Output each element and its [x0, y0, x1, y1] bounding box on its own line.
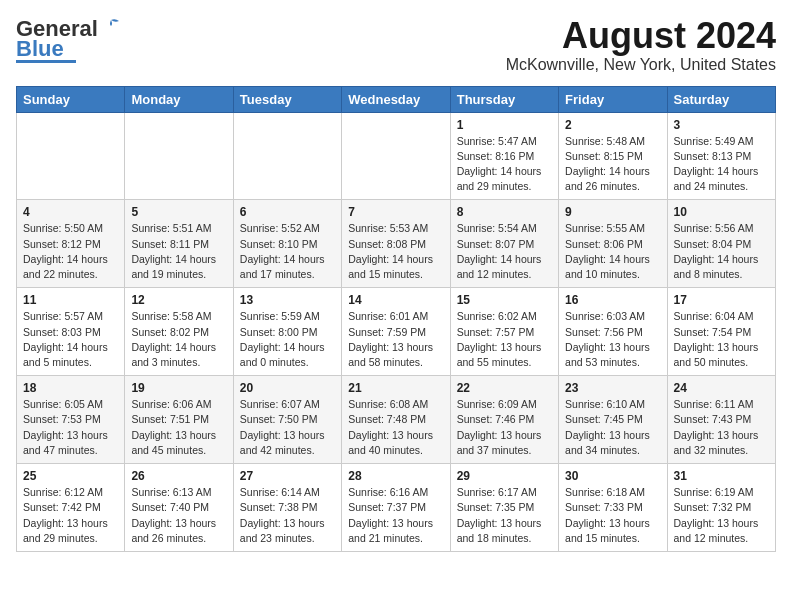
day-number: 30 — [565, 469, 660, 483]
day-number: 9 — [565, 205, 660, 219]
day-info: Sunrise: 6:09 AM Sunset: 7:46 PM Dayligh… — [457, 397, 552, 458]
col-wednesday: Wednesday — [342, 86, 450, 112]
calendar-cell: 30Sunrise: 6:18 AM Sunset: 7:33 PM Dayli… — [559, 464, 667, 552]
calendar-cell: 2Sunrise: 5:48 AM Sunset: 8:15 PM Daylig… — [559, 112, 667, 200]
calendar-cell — [125, 112, 233, 200]
day-number: 26 — [131, 469, 226, 483]
day-info: Sunrise: 5:59 AM Sunset: 8:00 PM Dayligh… — [240, 309, 335, 370]
calendar-cell — [342, 112, 450, 200]
calendar-week-2: 4Sunrise: 5:50 AM Sunset: 8:12 PM Daylig… — [17, 200, 776, 288]
day-info: Sunrise: 5:53 AM Sunset: 8:08 PM Dayligh… — [348, 221, 443, 282]
day-number: 27 — [240, 469, 335, 483]
calendar-cell: 14Sunrise: 6:01 AM Sunset: 7:59 PM Dayli… — [342, 288, 450, 376]
calendar-cell: 12Sunrise: 5:58 AM Sunset: 8:02 PM Dayli… — [125, 288, 233, 376]
day-info: Sunrise: 5:57 AM Sunset: 8:03 PM Dayligh… — [23, 309, 118, 370]
calendar-subtitle: McKownville, New York, United States — [506, 56, 776, 74]
calendar-week-4: 18Sunrise: 6:05 AM Sunset: 7:53 PM Dayli… — [17, 376, 776, 464]
day-info: Sunrise: 6:04 AM Sunset: 7:54 PM Dayligh… — [674, 309, 769, 370]
day-number: 15 — [457, 293, 552, 307]
day-info: Sunrise: 5:54 AM Sunset: 8:07 PM Dayligh… — [457, 221, 552, 282]
day-number: 31 — [674, 469, 769, 483]
day-number: 22 — [457, 381, 552, 395]
logo-underline — [16, 60, 76, 63]
day-info: Sunrise: 6:19 AM Sunset: 7:32 PM Dayligh… — [674, 485, 769, 546]
day-info: Sunrise: 6:01 AM Sunset: 7:59 PM Dayligh… — [348, 309, 443, 370]
calendar-cell: 13Sunrise: 5:59 AM Sunset: 8:00 PM Dayli… — [233, 288, 341, 376]
day-number: 25 — [23, 469, 118, 483]
calendar-cell: 24Sunrise: 6:11 AM Sunset: 7:43 PM Dayli… — [667, 376, 775, 464]
calendar-table: Sunday Monday Tuesday Wednesday Thursday… — [16, 86, 776, 552]
day-number: 11 — [23, 293, 118, 307]
calendar-cell: 1Sunrise: 5:47 AM Sunset: 8:16 PM Daylig… — [450, 112, 558, 200]
col-sunday: Sunday — [17, 86, 125, 112]
day-info: Sunrise: 6:06 AM Sunset: 7:51 PM Dayligh… — [131, 397, 226, 458]
day-info: Sunrise: 5:52 AM Sunset: 8:10 PM Dayligh… — [240, 221, 335, 282]
day-info: Sunrise: 5:58 AM Sunset: 8:02 PM Dayligh… — [131, 309, 226, 370]
header-row: Sunday Monday Tuesday Wednesday Thursday… — [17, 86, 776, 112]
day-number: 20 — [240, 381, 335, 395]
calendar-cell: 27Sunrise: 6:14 AM Sunset: 7:38 PM Dayli… — [233, 464, 341, 552]
col-thursday: Thursday — [450, 86, 558, 112]
day-number: 8 — [457, 205, 552, 219]
calendar-cell — [233, 112, 341, 200]
day-number: 10 — [674, 205, 769, 219]
col-friday: Friday — [559, 86, 667, 112]
calendar-cell: 23Sunrise: 6:10 AM Sunset: 7:45 PM Dayli… — [559, 376, 667, 464]
calendar-cell: 19Sunrise: 6:06 AM Sunset: 7:51 PM Dayli… — [125, 376, 233, 464]
calendar-cell: 31Sunrise: 6:19 AM Sunset: 7:32 PM Dayli… — [667, 464, 775, 552]
day-info: Sunrise: 5:56 AM Sunset: 8:04 PM Dayligh… — [674, 221, 769, 282]
day-number: 17 — [674, 293, 769, 307]
day-info: Sunrise: 5:55 AM Sunset: 8:06 PM Dayligh… — [565, 221, 660, 282]
day-info: Sunrise: 5:50 AM Sunset: 8:12 PM Dayligh… — [23, 221, 118, 282]
calendar-cell: 15Sunrise: 6:02 AM Sunset: 7:57 PM Dayli… — [450, 288, 558, 376]
day-number: 18 — [23, 381, 118, 395]
day-number: 5 — [131, 205, 226, 219]
day-number: 1 — [457, 118, 552, 132]
day-info: Sunrise: 5:49 AM Sunset: 8:13 PM Dayligh… — [674, 134, 769, 195]
day-number: 21 — [348, 381, 443, 395]
calendar-header: Sunday Monday Tuesday Wednesday Thursday… — [17, 86, 776, 112]
day-number: 24 — [674, 381, 769, 395]
page-header: General Blue August 2024 McKownville, Ne… — [16, 16, 776, 74]
day-number: 29 — [457, 469, 552, 483]
day-number: 16 — [565, 293, 660, 307]
calendar-cell: 11Sunrise: 5:57 AM Sunset: 8:03 PM Dayli… — [17, 288, 125, 376]
day-info: Sunrise: 5:47 AM Sunset: 8:16 PM Dayligh… — [457, 134, 552, 195]
calendar-cell: 21Sunrise: 6:08 AM Sunset: 7:48 PM Dayli… — [342, 376, 450, 464]
calendar-cell: 3Sunrise: 5:49 AM Sunset: 8:13 PM Daylig… — [667, 112, 775, 200]
day-info: Sunrise: 6:10 AM Sunset: 7:45 PM Dayligh… — [565, 397, 660, 458]
day-info: Sunrise: 6:12 AM Sunset: 7:42 PM Dayligh… — [23, 485, 118, 546]
day-number: 19 — [131, 381, 226, 395]
day-info: Sunrise: 6:05 AM Sunset: 7:53 PM Dayligh… — [23, 397, 118, 458]
day-info: Sunrise: 6:03 AM Sunset: 7:56 PM Dayligh… — [565, 309, 660, 370]
calendar-week-5: 25Sunrise: 6:12 AM Sunset: 7:42 PM Dayli… — [17, 464, 776, 552]
calendar-cell: 7Sunrise: 5:53 AM Sunset: 8:08 PM Daylig… — [342, 200, 450, 288]
title-block: August 2024 McKownville, New York, Unite… — [506, 16, 776, 74]
logo: General Blue — [16, 16, 121, 63]
col-tuesday: Tuesday — [233, 86, 341, 112]
day-number: 13 — [240, 293, 335, 307]
logo-bird-icon — [101, 18, 121, 36]
calendar-cell: 4Sunrise: 5:50 AM Sunset: 8:12 PM Daylig… — [17, 200, 125, 288]
calendar-cell: 28Sunrise: 6:16 AM Sunset: 7:37 PM Dayli… — [342, 464, 450, 552]
day-info: Sunrise: 6:13 AM Sunset: 7:40 PM Dayligh… — [131, 485, 226, 546]
calendar-cell: 29Sunrise: 6:17 AM Sunset: 7:35 PM Dayli… — [450, 464, 558, 552]
day-number: 14 — [348, 293, 443, 307]
day-info: Sunrise: 6:17 AM Sunset: 7:35 PM Dayligh… — [457, 485, 552, 546]
day-info: Sunrise: 6:07 AM Sunset: 7:50 PM Dayligh… — [240, 397, 335, 458]
calendar-cell: 26Sunrise: 6:13 AM Sunset: 7:40 PM Dayli… — [125, 464, 233, 552]
day-number: 4 — [23, 205, 118, 219]
col-saturday: Saturday — [667, 86, 775, 112]
calendar-cell: 25Sunrise: 6:12 AM Sunset: 7:42 PM Dayli… — [17, 464, 125, 552]
calendar-cell: 5Sunrise: 5:51 AM Sunset: 8:11 PM Daylig… — [125, 200, 233, 288]
day-number: 28 — [348, 469, 443, 483]
calendar-week-3: 11Sunrise: 5:57 AM Sunset: 8:03 PM Dayli… — [17, 288, 776, 376]
day-number: 23 — [565, 381, 660, 395]
day-info: Sunrise: 5:48 AM Sunset: 8:15 PM Dayligh… — [565, 134, 660, 195]
day-info: Sunrise: 6:18 AM Sunset: 7:33 PM Dayligh… — [565, 485, 660, 546]
calendar-cell: 20Sunrise: 6:07 AM Sunset: 7:50 PM Dayli… — [233, 376, 341, 464]
day-info: Sunrise: 6:14 AM Sunset: 7:38 PM Dayligh… — [240, 485, 335, 546]
calendar-cell: 10Sunrise: 5:56 AM Sunset: 8:04 PM Dayli… — [667, 200, 775, 288]
calendar-cell: 17Sunrise: 6:04 AM Sunset: 7:54 PM Dayli… — [667, 288, 775, 376]
day-info: Sunrise: 6:11 AM Sunset: 7:43 PM Dayligh… — [674, 397, 769, 458]
